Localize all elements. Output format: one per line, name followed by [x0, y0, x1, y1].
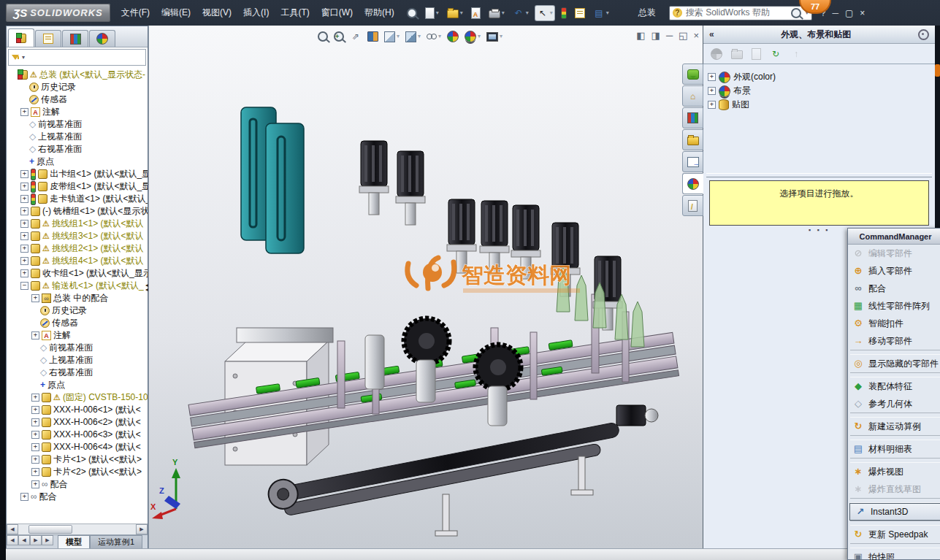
apply-scene-button[interactable]: ▾ [465, 31, 481, 42]
expand-toggle[interactable]: + [20, 195, 28, 203]
expand-toggle[interactable]: + [20, 245, 28, 253]
expand-toggle[interactable]: + [31, 406, 39, 414]
tree-item[interactable]: ◇上视基准面 [7, 131, 148, 143]
search-input[interactable]: ? 搜索 SolidWorks 帮助 ▾ [669, 6, 812, 20]
tree-item[interactable]: +XXX-H-006<3> (默认< [7, 429, 148, 441]
zoom-magnifier-button[interactable]: ⇗ [350, 31, 362, 42]
doc-tab-模型[interactable]: 模型 [58, 535, 90, 548]
view-settings-button[interactable]: ▾ [486, 32, 503, 42]
command-new-motion-study[interactable]: ↻新建运动算例 [848, 418, 940, 435]
tab-configuration-manager[interactable] [62, 30, 88, 47]
tree-item[interactable]: +⚠挑线组4<1> (默认<默认 [7, 255, 148, 267]
hide-show-items-button[interactable]: ▾ [427, 34, 441, 39]
menu-item-1[interactable]: 文件(F) [116, 4, 155, 22]
expand-toggle[interactable]: + [20, 183, 28, 191]
traffic-light-button[interactable] [559, 6, 568, 20]
tree-item[interactable]: +A注解 [7, 329, 148, 342]
expand-toggle[interactable]: + [708, 87, 716, 95]
command-move-component[interactable]: →移动零部件 [848, 332, 940, 350]
expand-toggle[interactable]: + [20, 493, 28, 501]
tree-item[interactable]: 历史记录 [7, 304, 148, 317]
tree-item[interactable]: +∞配合 [7, 491, 148, 503]
task-pane-tab-file-explorer[interactable] [682, 129, 703, 150]
task-pane-tab-design-library[interactable] [682, 107, 703, 129]
tree-item[interactable]: +(-) 铣槽组<1> (默认<显示状 [7, 205, 148, 218]
list-options-button[interactable]: ▤▾ [592, 6, 611, 20]
scroll-thumb[interactable] [28, 525, 72, 534]
expand-toggle[interactable]: + [20, 108, 28, 116]
tree-item[interactable]: +出卡组<1> (默认<默认_显示 [7, 168, 148, 180]
close-button[interactable]: × [860, 8, 865, 18]
dropdown-caret[interactable]: ▾ [397, 34, 400, 39]
viewport-tile-right-button[interactable]: ◨ [651, 30, 660, 41]
expand-toggle[interactable]: + [31, 294, 39, 302]
viewport-close-button[interactable]: × [693, 30, 699, 41]
dropdown-caret[interactable]: ▾ [460, 10, 463, 16]
expand-toggle[interactable]: + [708, 73, 716, 81]
command-linear-pattern[interactable]: ▦线性零部件阵列 [848, 297, 940, 315]
restore-button[interactable]: ▢ [845, 8, 853, 18]
tree-item[interactable]: +⚠挑线组3<1> (默认<默认 [7, 230, 148, 242]
dropdown-caret[interactable]: ▾ [502, 10, 505, 16]
tab-nav-first[interactable]: ◀ [7, 535, 18, 545]
command-insert-component[interactable]: ⊕插入零部件 [848, 262, 940, 280]
tree-item[interactable]: +XXX-H-006<1> (默认< [7, 404, 148, 416]
tree-item[interactable]: ⚠总装 (默认<默认_显示状态- [7, 69, 148, 81]
tab-property-manager[interactable] [35, 30, 61, 47]
print-button[interactable]: ▾ [487, 7, 506, 20]
command-manager-title[interactable]: CommandManager [848, 229, 940, 245]
tab-feature-manager[interactable] [8, 28, 34, 47]
dropdown-caret[interactable]: ▾ [526, 10, 529, 16]
search-icon[interactable] [790, 7, 802, 19]
zoom-fit-button[interactable] [318, 31, 328, 42]
tree-item[interactable]: +卡片<2> (默认<<默认> [7, 466, 148, 478]
command-instant3d[interactable]: ↗Instant3D [849, 503, 940, 521]
appearance-tree-item[interactable]: +布景 [708, 84, 931, 98]
menu-item-3[interactable]: 视图(V) [197, 4, 237, 22]
menu-item-2[interactable]: 编辑(E) [156, 4, 196, 22]
expand-toggle[interactable]: + [31, 456, 39, 464]
task-pane-tab-view-palette[interactable] [682, 151, 703, 172]
new-document-button[interactable]: ▾ [424, 6, 440, 20]
tree-item[interactable]: −⚠输送机<1> (默认<默认_ [7, 280, 148, 292]
expand-toggle[interactable]: + [20, 269, 28, 277]
filter-caret[interactable]: ▾ [22, 55, 25, 61]
view-orientation-button[interactable]: ▾ [384, 31, 400, 42]
tab-nav-last[interactable]: ▶ [42, 535, 53, 545]
dropdown-caret[interactable]: ▾ [418, 34, 421, 39]
minimize-button[interactable]: ─ [833, 8, 839, 18]
expand-toggle[interactable]: + [20, 207, 28, 215]
tree-item[interactable]: +⚠挑线组1<1> (默认<默认 [7, 218, 148, 230]
command-exploded-view[interactable]: ∗爆炸视图 [848, 463, 940, 480]
tree-item[interactable]: +⚠(固定) CVSTB-150-10 [7, 391, 148, 404]
dropdown-caret[interactable]: ▾ [438, 34, 441, 39]
expand-toggle[interactable]: + [20, 170, 28, 178]
command-show-hidden[interactable]: ◎显示隐藏的零部件 [848, 355, 940, 372]
expand-toggle[interactable]: + [20, 257, 28, 265]
menu-item-4[interactable]: 插入(I) [238, 4, 274, 22]
tree-item[interactable]: 传感器 [7, 93, 148, 106]
tree-item[interactable]: ◇上视基准面 [7, 354, 148, 367]
appearance-tree-item[interactable]: +外观(color) [708, 70, 931, 84]
collapse-chevron-icon[interactable]: « [709, 29, 714, 39]
refresh-button[interactable]: ↻ [768, 47, 783, 61]
tree-item[interactable]: +收卡组<1> (默认<默认_显示 [7, 267, 148, 280]
menu-item-7[interactable]: 帮助(H) [359, 4, 400, 22]
expand-toggle[interactable]: + [31, 331, 39, 340]
tree-item[interactable]: +卡片<1> (默认<<默认> [7, 453, 148, 466]
command-take-snapshot[interactable]: ▣拍快照 [848, 548, 940, 560]
tab-nav-next[interactable]: ▶ [30, 535, 42, 545]
expand-toggle[interactable]: + [31, 468, 39, 476]
task-pane-tab-resources[interactable]: ⌂ [682, 85, 703, 107]
undo-button[interactable]: ↶▾ [511, 6, 530, 20]
expand-toggle[interactable]: + [31, 394, 39, 402]
magnifier-button[interactable] [405, 7, 419, 20]
display-style-button[interactable]: ▾ [405, 31, 421, 42]
tree-item[interactable]: +原点 [7, 379, 148, 391]
tree-item[interactable]: 历史记录 [7, 81, 148, 93]
command-reference-geometry[interactable]: ◇参考几何体 [848, 395, 940, 413]
tree-horizontal-scrollbar[interactable]: ◀ ▶ [7, 523, 148, 534]
appearance-tree-item[interactable]: +贴图 [708, 98, 931, 112]
tab-nav-prev[interactable]: ◀ [18, 535, 30, 545]
task-pane-tab-forum[interactable] [682, 64, 703, 85]
